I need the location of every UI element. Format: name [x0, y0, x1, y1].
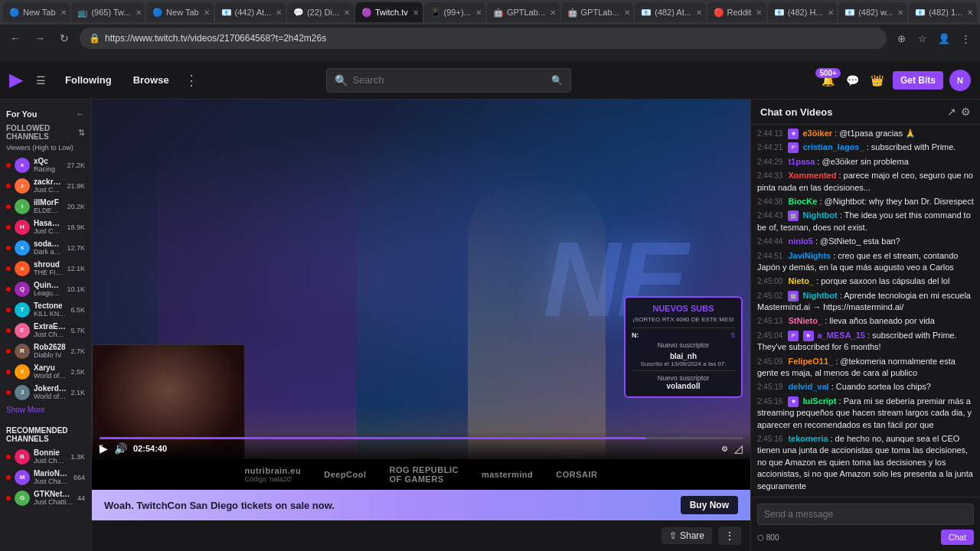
volume-button[interactable]: 🔊: [114, 442, 127, 455]
tab-notif[interactable]: 📱 (99+)... ✕: [424, 2, 485, 22]
tab-mail2[interactable]: 📧 (482) At... ✕: [635, 2, 705, 22]
tab-close-active[interactable]: ✕: [413, 8, 419, 17]
channel-item-xaryu[interactable]: X Xaryu World of Warcraft 2.5K: [0, 361, 91, 382]
channel-viewers: 12.1K: [67, 265, 85, 272]
forward-button[interactable]: →: [31, 29, 49, 47]
show-more-button[interactable]: Show More: [0, 403, 91, 417]
tab-close-7[interactable]: ✕: [550, 8, 556, 17]
chat-username[interactable]: BiocKe: [788, 197, 817, 206]
tab-twitch-965[interactable]: 📺 (965) Tw... ✕: [71, 2, 145, 22]
tab-gpt2[interactable]: 🤖 GPTLab... ✕: [561, 2, 634, 22]
channel-item-bonnie[interactable]: B Bonnie Just Chatting 1.3K: [0, 446, 91, 467]
channel-item-rob2628[interactable]: R Rob2628 Diablo IV 2.7K: [0, 341, 91, 361]
more-options-button[interactable]: ⋮: [718, 527, 741, 545]
video-container[interactable]: NE NUEVOS SUBS ¡SORTEO RTX 4080 DE ESTE …: [92, 99, 750, 459]
reload-button[interactable]: ↻: [55, 29, 74, 47]
tab-close-12[interactable]: ✕: [897, 8, 903, 17]
search-bar[interactable]: 🔍 🔍: [326, 68, 571, 93]
channel-item-shroud[interactable]: s shroud THE FINALS 12.1K: [0, 258, 91, 279]
channel-item-xqc[interactable]: x xQc Racing 27.2K: [0, 155, 91, 175]
prime-button[interactable]: 👑: [868, 71, 887, 90]
tab-new-tab-1[interactable]: 🔵 New Tab ✕: [3, 2, 70, 22]
channel-item-illmorf[interactable]: i illMorF ELDEN RING 20.2K: [0, 196, 91, 217]
share-button[interactable]: ⇧ Share: [662, 527, 712, 544]
more-nav-button[interactable]: ⋮: [185, 72, 198, 89]
back-button[interactable]: ←: [6, 29, 24, 47]
share-icon: ⇧: [669, 530, 677, 541]
tab-close-6[interactable]: ✕: [475, 8, 482, 17]
tab-close-4[interactable]: ✕: [276, 8, 282, 17]
chat-username[interactable]: delvid_val: [788, 382, 828, 391]
bookmark-button[interactable]: ☆: [914, 30, 931, 47]
chat-username[interactable]: Xommented: [788, 171, 836, 180]
tab-gpt1[interactable]: 🤖 GPTLab... ✕: [487, 2, 560, 22]
chat-username[interactable]: StNieto_: [788, 316, 822, 325]
play-pause-button[interactable]: ▶: [100, 442, 108, 455]
tab-close-11[interactable]: ✕: [828, 8, 834, 17]
channel-item-jokertv[interactable]: J JokerdTV World of Warcraft 2.1K: [0, 382, 91, 403]
chat-username[interactable]: FelipeO11_: [788, 357, 833, 366]
tab-mail5[interactable]: 📧 (482) 1... ✕: [909, 2, 977, 22]
tab-mail4[interactable]: 📧 (482) w... ✕: [838, 2, 907, 22]
tab-close-9[interactable]: ✕: [696, 8, 702, 17]
notifications-button[interactable]: 🔔 500+: [819, 71, 838, 90]
chat-username[interactable]: Nightbot: [803, 291, 838, 300]
menu-button[interactable]: ⋮: [957, 30, 974, 47]
chat-username[interactable]: JaviNights: [788, 251, 831, 260]
tab-new-tab-2[interactable]: 🔵 New Tab ✕: [146, 2, 213, 22]
progress-bar[interactable]: [100, 437, 743, 439]
profile-button[interactable]: 👤: [936, 30, 952, 47]
tab-close-10[interactable]: ✕: [756, 8, 762, 17]
tab-close-13[interactable]: ✕: [967, 8, 973, 17]
chat-username[interactable]: tekomeria: [788, 434, 828, 443]
address-bar[interactable]: 🔒 https://www.twitch.tv/videos/217066456…: [80, 28, 887, 49]
tab-twitch-active[interactable]: 🟣 Twitch.tv ✕: [355, 2, 423, 22]
browse-nav-link[interactable]: Browse: [127, 71, 175, 89]
quality-button[interactable]: ⚙: [721, 445, 728, 453]
sidebar-collapse-button[interactable]: ←: [76, 109, 85, 119]
channel-item-zackrawrr[interactable]: z zackrawrr Just Chatting 21.9K: [0, 175, 91, 196]
tab-reddit[interactable]: 🔴 Reddit ✕: [707, 2, 766, 22]
tab-close-2[interactable]: ✕: [136, 8, 142, 17]
chat-username[interactable]: luiScript: [803, 396, 837, 406]
sort-button[interactable]: ⇅: [78, 128, 85, 138]
chat-username[interactable]: e3öiker: [803, 129, 833, 138]
tab-discord[interactable]: 💬 (22) Di... ✕: [287, 2, 354, 22]
chat-username[interactable]: Nightbot: [803, 210, 838, 220]
channel-item-gtknetwork[interactable]: G GTKNetwork Just Chatting 44: [0, 487, 91, 508]
chat-username[interactable]: a_MESA_15: [818, 331, 865, 340]
tab-mail3[interactable]: 📧 (482) H... ✕: [768, 2, 838, 22]
whispers-button[interactable]: 💬: [844, 71, 862, 90]
channel-item-hasanabi[interactable]: H HasanAbi Just Chatting 18.9K: [0, 217, 91, 237]
channel-item-sodapoppin[interactable]: s sodapoppin Dark and Darker 12.7K: [0, 237, 91, 258]
channel-item-quinn69[interactable]: Q Quinn69 League of Legends 10.1K: [0, 279, 91, 299]
extensions-button[interactable]: ⊕: [893, 30, 910, 47]
buy-now-button[interactable]: Buy Now: [681, 496, 738, 514]
tab-close-3[interactable]: ✕: [204, 8, 210, 17]
chat-username[interactable]: ninlo5: [788, 236, 812, 246]
channel-item-tectone[interactable]: T Tectone KILL KNIGHT 6.5K: [0, 299, 91, 320]
get-bits-button[interactable]: Get Bits: [893, 71, 943, 90]
chat-input[interactable]: [757, 504, 974, 525]
user-avatar[interactable]: N: [949, 70, 971, 91]
tab-close-1[interactable]: ✕: [60, 8, 67, 17]
video-controls[interactable]: ▶ 🔊 02:54:40 ⚙ ◿: [92, 432, 750, 459]
tab-close-8[interactable]: ✕: [624, 8, 630, 17]
sidebar-toggle-button[interactable]: ☰: [31, 71, 50, 90]
tab-close-5[interactable]: ✕: [344, 8, 350, 17]
following-nav-link[interactable]: Following: [59, 71, 118, 89]
chat-username[interactable]: Nieto_: [788, 276, 814, 285]
search-input[interactable]: [352, 74, 547, 86]
chat-username[interactable]: cristian_lagos_: [803, 142, 864, 152]
chat-send-button[interactable]: Chat: [941, 530, 974, 545]
tab-mail[interactable]: 📧 (442) At... ✕: [215, 2, 286, 22]
channel-item-marionot12[interactable]: M MarioNot12 Just Chatting 664: [0, 467, 91, 487]
channel-item-extraemily[interactable]: E ExtraEmily Just Chatting 5.7K: [0, 320, 91, 341]
channel-avatar-bonnie: B: [15, 449, 30, 465]
search-submit-icon[interactable]: 🔍: [551, 75, 563, 86]
fullscreen-button[interactable]: ◿: [734, 442, 743, 455]
chat-settings-button[interactable]: ⚙: [961, 106, 971, 118]
chat-username[interactable]: t1pasa: [788, 157, 815, 166]
chat-popout-button[interactable]: ↗: [947, 106, 956, 118]
for-you-header[interactable]: For You ←: [0, 106, 91, 122]
